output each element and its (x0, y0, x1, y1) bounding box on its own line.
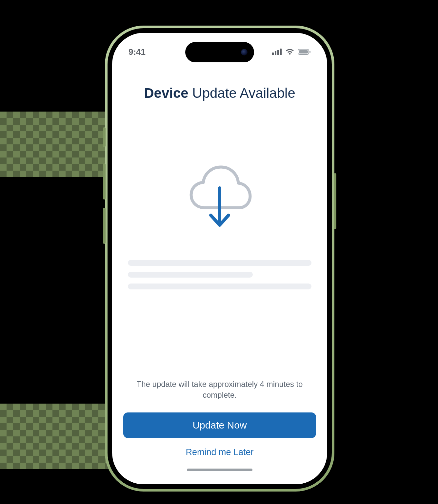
cloud-download-icon (182, 163, 257, 234)
update-estimate: The update will take approximately 4 min… (131, 379, 308, 401)
wifi-icon (285, 49, 294, 55)
battery-icon (298, 49, 311, 55)
page-title: Device Update Available (144, 85, 295, 101)
svg-rect-0 (272, 52, 274, 55)
update-now-button[interactable]: Update Now (123, 412, 316, 438)
remind-later-button[interactable]: Remind me Later (186, 447, 253, 457)
phone-frame: 9:41 (105, 26, 334, 492)
page-title-rest: Update Available (189, 85, 295, 101)
cellular-icon (272, 49, 282, 55)
screen: 9:41 (112, 33, 327, 484)
status-bar: 9:41 (112, 43, 327, 61)
svg-rect-5 (299, 50, 308, 53)
status-time: 9:41 (129, 47, 146, 57)
home-indicator[interactable] (187, 469, 252, 471)
description-placeholder (128, 260, 311, 295)
svg-rect-3 (280, 49, 282, 55)
svg-rect-6 (309, 51, 310, 53)
page-title-bold: Device (144, 85, 188, 101)
svg-rect-1 (275, 51, 276, 55)
svg-rect-2 (277, 50, 279, 55)
